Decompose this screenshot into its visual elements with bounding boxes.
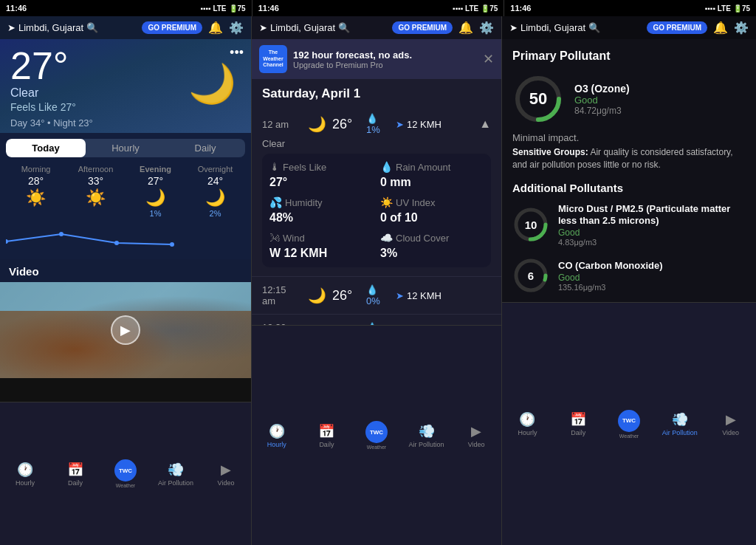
- morning-label: Morning: [21, 165, 51, 174]
- signal-1: ▪▪▪▪ LTE 🔋75: [200, 4, 245, 13]
- nav-hourly-1[interactable]: 🕐 Hourly: [0, 402, 50, 545]
- play-button[interactable]: ▶: [111, 315, 140, 345]
- clock-icon-1: 🕐: [17, 462, 33, 478]
- humidity-icon: 💦: [269, 196, 282, 208]
- nav-daily-1[interactable]: 📅 Daily: [50, 402, 100, 545]
- nav-air-3[interactable]: 💨 Air Pollution: [654, 303, 705, 545]
- nav-video-1[interactable]: ▶ Video: [201, 402, 251, 545]
- bell-icon-1[interactable]: 🔔: [208, 21, 223, 35]
- tab-daily[interactable]: Daily: [165, 139, 245, 157]
- close-ad-button[interactable]: ✕: [483, 51, 494, 67]
- date-header: Saturday, April 1: [252, 79, 501, 106]
- air-quality-panel: ➤ Limbdi, Gujarat 🔍 GO PREMIUM 🔔 ⚙️ Prim…: [502, 16, 756, 545]
- ad-banner: TheWeatherChannel 192 hour forecast, no …: [252, 39, 501, 79]
- expand-button-0[interactable]: ▲: [479, 117, 491, 131]
- detail-uv-index: ☀️ UV Index 0 of 10: [380, 196, 484, 224]
- time-3: 11:46: [510, 4, 531, 13]
- nav-daily-label-2: Daily: [319, 441, 334, 448]
- svg-point-1: [59, 232, 63, 236]
- temp-curve-graph: [6, 221, 227, 250]
- nav-twc-2[interactable]: TWC Weather: [351, 326, 402, 545]
- location-row-1: ➤ Limbdi, Gujarat 🔍: [7, 22, 98, 33]
- sensitive-text: Sensitive Groups: Air quality is conside…: [512, 146, 746, 171]
- nav-hourly-label-3: Hourly: [518, 429, 537, 436]
- list-item[interactable]: 12:30 am 🌙 26° 💧0% ➤ 12 KMH: [252, 315, 501, 325]
- pm25-number: 10: [512, 206, 549, 243]
- nav-hourly-3[interactable]: 🕐 Hourly: [502, 303, 553, 545]
- cloud-cover-label: ☁️ Cloud Cover: [380, 232, 484, 244]
- uv-index-label: ☀️ UV Index: [380, 196, 484, 208]
- calendar-icon-1: 📅: [67, 462, 83, 478]
- primary-pollutant-quality: Good: [574, 95, 746, 106]
- uv-icon: ☀️: [380, 196, 393, 208]
- wind-arrow-icon-0: ➤: [396, 119, 404, 130]
- nav-daily-2[interactable]: 📅 Daily: [302, 326, 352, 545]
- feels-like-value: 27°: [269, 176, 373, 189]
- video-icon-3: ▶: [726, 411, 736, 428]
- search-icon-1[interactable]: 🔍: [86, 22, 98, 33]
- hour-wind-0: ➤ 12 KMH: [396, 119, 473, 130]
- nav-video-label-3: Video: [722, 429, 739, 436]
- nav-daily-label-1: Daily: [68, 479, 83, 487]
- twc-logo-ad: TheWeatherChannel: [259, 45, 287, 73]
- nav-daily-3[interactable]: 📅 Daily: [553, 303, 604, 545]
- detail-humidity: 💦 Humidity 48%: [269, 196, 373, 224]
- video-thumbnail[interactable]: ▶: [0, 282, 251, 378]
- tab-hourly[interactable]: Hourly: [86, 139, 165, 157]
- gear-icon-2[interactable]: ⚙️: [479, 21, 494, 35]
- nav-hourly-2[interactable]: 🕐 Hourly: [252, 326, 302, 545]
- location-arrow-icon: ➤: [7, 22, 16, 33]
- primary-pollutant-unit: 84.72μg/m3: [574, 106, 746, 116]
- co-unit: 135.16μg/m3: [558, 283, 746, 292]
- sensitive-label: Sensitive Groups:: [512, 147, 588, 157]
- morning-icon: ☀️: [26, 188, 46, 208]
- hour-overnight: Overnight 24° 🌙 2%: [185, 165, 245, 218]
- overnight-temp: 24°: [207, 175, 223, 187]
- go-premium-btn-2[interactable]: GO PREMIUM: [392, 21, 453, 34]
- search-icon-2[interactable]: 🔍: [338, 22, 350, 33]
- humidity-value: 48%: [269, 211, 373, 224]
- go-premium-btn-1[interactable]: GO PREMIUM: [142, 21, 202, 34]
- go-premium-btn-3[interactable]: GO PREMIUM: [647, 21, 707, 34]
- bell-icon-2[interactable]: 🔔: [458, 21, 473, 35]
- bell-icon-3[interactable]: 🔔: [713, 21, 728, 35]
- hour-evening: Evening 27° 🌙 1%: [126, 165, 185, 218]
- nav-twc-3[interactable]: TWC Weather: [604, 303, 655, 545]
- humidity-label: 💦 Humidity: [269, 196, 373, 208]
- cloud-icon: ☁️: [380, 232, 393, 244]
- list-item[interactable]: 12:15 am 🌙 26° 💧0% ➤ 12 KMH: [252, 277, 501, 315]
- nav-air-1[interactable]: 💨 Air Pollution: [151, 402, 201, 545]
- air-icon-3: 💨: [672, 411, 688, 428]
- overnight-precip: 2%: [210, 209, 221, 218]
- detail-rain-amount: 💧 Rain Amount 0 mm: [380, 161, 484, 189]
- pm25-quality: Good: [558, 227, 746, 238]
- wind-arrow-icon-1: ➤: [396, 290, 404, 301]
- more-button[interactable]: •••: [230, 45, 244, 61]
- evening-temp: 27°: [148, 175, 163, 187]
- evening-icon: 🌙: [145, 188, 165, 208]
- nav-video-3[interactable]: ▶ Video: [705, 303, 756, 545]
- forecast-tab-bar: Today Hourly Daily: [6, 139, 245, 157]
- panel3-header: ➤ Limbdi, Gujarat 🔍 GO PREMIUM 🔔 ⚙️: [502, 16, 756, 39]
- nav-twc-1[interactable]: TWC Weather: [100, 402, 151, 545]
- overnight-icon: 🌙: [205, 188, 225, 208]
- gear-icon-1[interactable]: ⚙️: [229, 21, 244, 35]
- tab-today[interactable]: Today: [6, 139, 86, 157]
- twc-logo-2: TWC: [365, 421, 388, 443]
- wind-value: W 12 KMH: [269, 247, 373, 260]
- rain-amount-value: 0 mm: [380, 176, 484, 189]
- nav-air-2[interactable]: 💨 Air Pollution: [402, 326, 452, 545]
- weather-main-panel: ➤ Limbdi, Gujarat 🔍 GO PREMIUM 🔔 ⚙️ ••• …: [0, 16, 251, 545]
- location-arrow-icon-3: ➤: [509, 22, 518, 33]
- search-icon-3[interactable]: 🔍: [588, 22, 600, 33]
- hour-time-1: 12:15 am: [262, 284, 302, 306]
- video-icon-2: ▶: [471, 423, 481, 439]
- hour-deg-0: 26°: [332, 117, 360, 132]
- list-item[interactable]: 12 am 🌙 26° 💧1% ➤ 12 KMH ▲ Clear: [252, 106, 501, 277]
- wind-label: 🌬 Wind: [269, 232, 373, 244]
- gear-icon-3[interactable]: ⚙️: [734, 21, 749, 35]
- signal-icon-3: ▪▪▪▪ LTE: [705, 4, 731, 13]
- hourly-list[interactable]: 12 am 🌙 26° 💧1% ➤ 12 KMH ▲ Clear: [252, 106, 501, 325]
- video-icon-1: ▶: [221, 462, 231, 478]
- nav-video-2[interactable]: ▶ Video: [451, 326, 501, 545]
